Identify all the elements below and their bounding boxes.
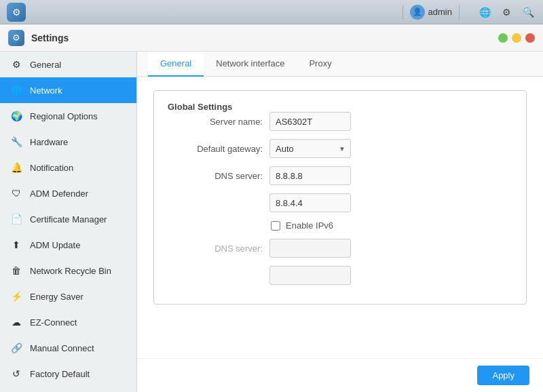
sidebar-label-network-recycle: Network Recycle Bin — [30, 266, 111, 276]
regional-icon: 🌍 — [10, 109, 23, 123]
tab-network-interface[interactable]: Network interface — [204, 52, 297, 77]
close-button[interactable] — [525, 33, 535, 43]
factory-icon: ↺ — [10, 367, 23, 380]
title-bar: ⚙ Settings — [0, 24, 543, 52]
sidebar-label-general: General — [30, 60, 61, 70]
apply-button[interactable]: Apply — [477, 366, 529, 385]
global-settings-group: Global Settings Server name: Default gat… — [153, 90, 527, 305]
divider-left — [402, 5, 403, 20]
sidebar: ⚙ General 🌐 Network 🌍 Regional Options 🔧… — [0, 52, 137, 392]
sidebar-item-cert-manager[interactable]: 📄 Certificate Manager — [0, 206, 136, 232]
sidebar-item-general[interactable]: ⚙ General — [0, 52, 136, 77]
sidebar-item-adm-defender[interactable]: 🛡 ADM Defender — [0, 180, 136, 206]
settings-icon[interactable]: ⚙ — [498, 4, 514, 20]
avatar: 👤 — [410, 5, 425, 20]
sidebar-item-notification[interactable]: 🔔 Notification — [0, 155, 136, 180]
sidebar-item-manual-connect[interactable]: 🔗 Manual Connect — [0, 335, 136, 361]
enable-ipv6-checkbox[interactable] — [271, 221, 280, 231]
gear-icon: ⚙ — [12, 7, 21, 18]
default-gateway-select[interactable]: Auto Manual — [269, 139, 351, 158]
dns-secondary-row — [168, 193, 512, 212]
enable-ipv6-label: Enable IPv6 — [286, 220, 333, 231]
sidebar-label-hardware: Hardware — [30, 137, 68, 147]
sidebar-label-ez-connect: EZ-Connect — [30, 317, 77, 328]
sidebar-label-adm-defender: ADM Defender — [30, 189, 88, 199]
cert-icon: 📄 — [10, 212, 23, 226]
content-footer: Apply — [137, 358, 543, 392]
sidebar-label-network: Network — [30, 85, 62, 96]
ipv6-dns-secondary-input[interactable] — [269, 266, 351, 285]
sidebar-item-factory-default[interactable]: ↺ Factory Default — [0, 361, 136, 387]
notification-icon: 🔔 — [10, 161, 23, 174]
sidebar-item-energy-saver[interactable]: ⚡ Energy Saver — [0, 283, 136, 309]
default-gateway-row: Default gateway: Auto Manual ▼ — [168, 139, 512, 158]
tabs-bar: General Network interface Proxy — [137, 52, 543, 77]
username: admin — [428, 7, 452, 17]
ez-icon: ☁ — [10, 315, 23, 329]
ipv6-dns-row: DNS server: — [168, 239, 512, 258]
general-icon: ⚙ — [10, 58, 23, 71]
server-name-row: Server name: — [168, 112, 512, 131]
user-info: 👤 admin — [410, 5, 452, 20]
main-layout: ⚙ General 🌐 Network 🌍 Regional Options 🔧… — [0, 52, 543, 392]
dns-primary-input[interactable] — [269, 166, 351, 185]
sidebar-item-regional[interactable]: 🌍 Regional Options — [0, 103, 136, 129]
settings-title-icon: ⚙ — [8, 30, 24, 46]
enable-ipv6-row: Enable IPv6 — [168, 220, 512, 231]
app-icon: ⚙ — [7, 3, 26, 22]
recycle-icon: 🗑 — [10, 264, 23, 277]
server-name-input[interactable] — [269, 112, 351, 131]
update-icon: ⬆ — [10, 238, 23, 252]
dns-secondary-input[interactable] — [269, 193, 351, 212]
globe-icon[interactable]: 🌐 — [476, 4, 493, 20]
dns-server-label: DNS server: — [168, 171, 263, 181]
sidebar-label-factory-default: Factory Default — [30, 369, 90, 379]
default-gateway-label: Default gateway: — [168, 144, 263, 154]
top-icons: 🌐 ⚙ 🔍 — [476, 4, 536, 20]
sidebar-item-network[interactable]: 🌐 Network — [0, 77, 136, 103]
sidebar-label-regional: Regional Options — [30, 111, 98, 121]
ipv6-dns-primary-input[interactable] — [269, 239, 351, 258]
sidebar-label-energy-saver: Energy Saver — [30, 292, 83, 302]
page-title: Settings — [31, 33, 491, 43]
maximize-button[interactable] — [498, 33, 508, 43]
energy-icon: ⚡ — [10, 290, 23, 303]
server-name-label: Server name: — [168, 117, 263, 127]
manual-icon: 🔗 — [10, 341, 23, 355]
divider-right — [459, 5, 460, 20]
hardware-icon: 🔧 — [10, 135, 23, 149]
content-area: General Network interface Proxy Global S… — [137, 52, 543, 392]
sidebar-item-network-recycle[interactable]: 🗑 Network Recycle Bin — [0, 258, 136, 283]
sidebar-item-registration[interactable]: 📋 Registration — [0, 387, 136, 392]
ipv6-dns-secondary-row — [168, 266, 512, 285]
sidebar-label-manual-connect: Manual Connect — [30, 343, 94, 353]
defender-icon: 🛡 — [10, 187, 23, 200]
sidebar-item-hardware[interactable]: 🔧 Hardware — [0, 129, 136, 155]
sidebar-item-adm-update[interactable]: ⬆ ADM Update — [0, 232, 136, 258]
tab-general[interactable]: General — [148, 52, 204, 77]
sidebar-label-cert-manager: Certificate Manager — [30, 214, 107, 224]
window-controls — [498, 33, 535, 43]
search-icon[interactable]: 🔍 — [520, 4, 536, 20]
content-body: Global Settings Server name: Default gat… — [137, 77, 543, 358]
default-gateway-wrapper: Auto Manual ▼ — [269, 139, 351, 158]
tab-proxy[interactable]: Proxy — [297, 52, 343, 77]
global-settings-legend: Global Settings — [164, 102, 512, 112]
minimize-button[interactable] — [512, 33, 521, 43]
sidebar-item-ez-connect[interactable]: ☁ EZ-Connect — [0, 309, 136, 335]
gear-title-icon: ⚙ — [12, 33, 20, 43]
sidebar-label-notification: Notification — [30, 163, 73, 173]
ipv6-dns-label: DNS server: — [168, 243, 263, 254]
top-bar: ⚙ 👤 admin 🌐 ⚙ 🔍 — [0, 0, 543, 24]
sidebar-label-adm-update: ADM Update — [30, 240, 80, 250]
network-icon: 🌐 — [10, 83, 23, 97]
user-icon: 👤 — [413, 7, 422, 16]
dns-server-row: DNS server: — [168, 166, 512, 185]
